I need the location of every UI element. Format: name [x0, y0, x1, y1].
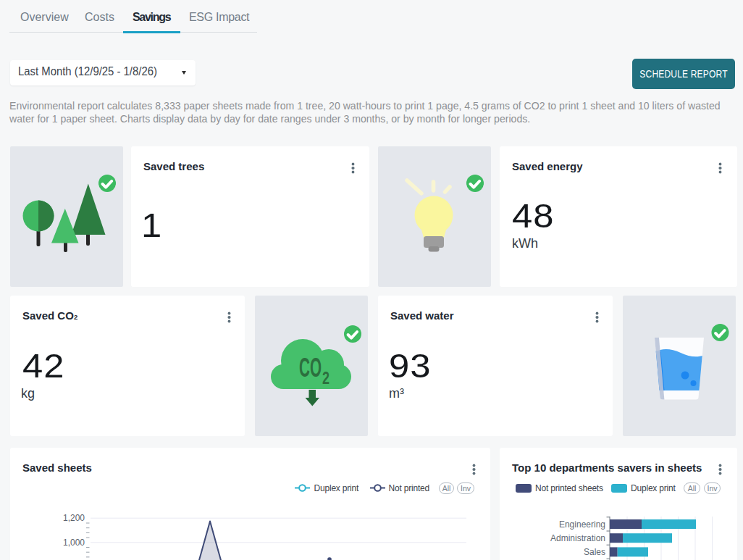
svg-text:2: 2	[322, 369, 329, 388]
svg-text:Sales: Sales	[584, 547, 605, 557]
svg-text:Administration: Administration	[550, 533, 605, 543]
svg-text:CO: CO	[299, 353, 322, 383]
svg-text:Engineering: Engineering	[559, 519, 605, 530]
